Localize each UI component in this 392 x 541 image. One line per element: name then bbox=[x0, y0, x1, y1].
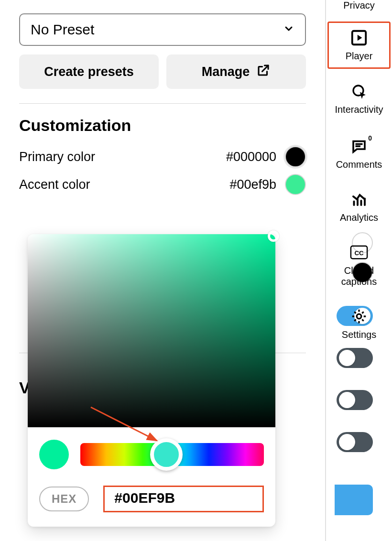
hex-mode-pill[interactable]: HEX bbox=[39, 487, 89, 511]
section-title-customization: Customization bbox=[19, 116, 306, 135]
sidebar-item-analytics[interactable]: Analytics bbox=[326, 185, 392, 232]
hex-value-annotation-box bbox=[103, 486, 264, 512]
primary-color-value: #000000 bbox=[226, 150, 276, 164]
sidebar-item-label: Analytics bbox=[340, 212, 378, 223]
right-sidebar: Privacy Player Interactivity 0 Comments … bbox=[325, 0, 392, 541]
hex-value-input[interactable] bbox=[114, 490, 253, 506]
manage-presets-button[interactable]: Manage bbox=[166, 54, 306, 89]
sidebar-item-label: Closed captions bbox=[326, 265, 392, 287]
accent-color-value: #00ef9b bbox=[229, 177, 276, 192]
manage-presets-label: Manage bbox=[202, 65, 250, 79]
svg-text:CC: CC bbox=[354, 249, 364, 257]
sidebar-item-label: Interactivity bbox=[335, 104, 383, 115]
preset-buttons-row: Create presets Manage bbox=[19, 54, 306, 89]
accent-color-swatch[interactable] bbox=[285, 174, 306, 195]
accent-color-row: Accent color #00ef9b bbox=[19, 174, 306, 195]
create-presets-label: Create presets bbox=[44, 65, 134, 79]
sidebar-item-settings[interactable]: Settings bbox=[326, 303, 392, 349]
chevron-down-icon bbox=[283, 22, 294, 38]
hex-row: HEX bbox=[39, 486, 264, 512]
svg-point-11 bbox=[357, 314, 361, 319]
sidebar-item-label: Player bbox=[346, 51, 373, 62]
preset-select[interactable]: No Preset bbox=[19, 13, 306, 46]
sidebar-item-interactivity[interactable]: Interactivity bbox=[326, 77, 392, 124]
color-picker-popover: HEX bbox=[28, 234, 275, 527]
sidebar-item-privacy[interactable]: Privacy bbox=[326, 0, 392, 20]
sidebar-item-label: Settings bbox=[342, 329, 376, 340]
sidebar-item-player[interactable]: Player bbox=[327, 22, 391, 69]
primary-color-swatch[interactable] bbox=[285, 146, 306, 167]
sidebar-item-label: Comments bbox=[336, 159, 382, 170]
primary-color-label: Primary color bbox=[19, 150, 226, 164]
gear-icon bbox=[350, 307, 368, 325]
hue-preview-swatch bbox=[39, 440, 69, 469]
create-presets-button[interactable]: Create presets bbox=[19, 54, 159, 89]
comments-icon: 0 bbox=[350, 137, 368, 155]
sidebar-item-closed-captions[interactable]: CC Closed captions bbox=[326, 238, 392, 296]
saturation-value-field[interactable] bbox=[28, 234, 275, 427]
sv-cursor[interactable] bbox=[268, 230, 279, 242]
hue-slider-thumb[interactable] bbox=[150, 438, 183, 471]
accent-color-label: Accent color bbox=[19, 177, 229, 192]
primary-color-row: Primary color #000000 bbox=[19, 146, 306, 167]
divider bbox=[19, 103, 306, 104]
sidebar-item-comments[interactable]: 0 Comments bbox=[326, 132, 392, 179]
hue-slider[interactable] bbox=[80, 443, 264, 466]
sidebar-item-label: Privacy bbox=[343, 0, 375, 11]
player-icon bbox=[350, 29, 368, 47]
cursor-click-icon bbox=[350, 82, 368, 100]
hue-row bbox=[39, 440, 264, 469]
preset-selected-label: No Preset bbox=[31, 22, 94, 38]
cc-icon: CC bbox=[350, 243, 368, 261]
external-link-icon bbox=[256, 63, 271, 81]
analytics-icon bbox=[350, 190, 368, 208]
